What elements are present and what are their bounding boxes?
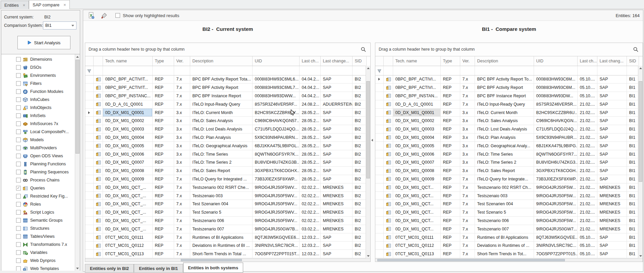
checkbox[interactable]	[16, 162, 21, 166]
table-row[interactable]: 0D_DX_M01_Q0003 REP 3.x ITeLO: Lost Deal…	[375, 125, 639, 133]
checkbox[interactable]	[16, 65, 21, 70]
result-tab[interactable]: Entities only in BI2	[85, 264, 134, 273]
show-highlighted-checkbox[interactable]	[115, 13, 120, 18]
checkbox[interactable]	[16, 89, 21, 94]
column-header[interactable]: Last chang...	[597, 56, 627, 66]
checkbox[interactable]	[16, 178, 21, 182]
table-row[interactable]: 0D_DX_M01_QCT_... REP 7.x Test Szenarien…	[85, 200, 366, 208]
filter-cell[interactable]	[475, 66, 534, 75]
column-header[interactable]: Description	[190, 56, 252, 66]
scroll-down-button[interactable]	[638, 254, 643, 258]
scroll-thumb[interactable]	[366, 81, 370, 178]
filter-cell[interactable]	[352, 66, 366, 75]
tree-item[interactable]: InfoCubes	[1, 96, 75, 104]
scroll-down-button[interactable]	[75, 266, 80, 271]
column-header[interactable]: Tech. name	[103, 56, 152, 66]
column-header[interactable]: UID	[252, 56, 299, 66]
tree-item[interactable]: InfoObjects	[1, 104, 75, 112]
table-row[interactable]: 0D_DX_M01_QCT_... REP 7.x Test Szenario …	[85, 208, 366, 217]
filter-cell[interactable]	[190, 66, 252, 75]
tree-item[interactable]: Open ODS Views	[1, 152, 75, 160]
filter-cell[interactable]	[534, 66, 577, 75]
tree-item[interactable]: Web Templates	[1, 265, 75, 271]
tree-item[interactable]: Dimensions	[1, 55, 75, 63]
table-row[interactable]: 0D_DX_M01_Q0006 REP 3.x ITeLO: Time Seri…	[375, 150, 639, 158]
table-row[interactable]: 0D_DX_M01_Q0005 REP 3.x ITeLO: Geographi…	[375, 142, 639, 150]
table-row[interactable]: 0BPC_BPF_ACTIVIT... REP 7.x BPC BPF Acti…	[85, 75, 366, 84]
tree-item[interactable]: F Function Modules	[1, 88, 75, 96]
tree-item[interactable]: Roles	[1, 200, 75, 208]
filter-cell[interactable]	[152, 66, 174, 75]
scroll-down-button[interactable]	[366, 254, 370, 258]
table-row[interactable]: 0D_DX_M01_Q0007 REP 3.x ITeLO: Time Seri…	[375, 158, 639, 167]
table-row[interactable]: 0D_DX_M01_Q0003 REP 3.x ITeLO: Lost Deal…	[85, 125, 366, 133]
column-header[interactable]: Last ch...	[299, 56, 320, 66]
table-row[interactable]: 0D_DX_M01_QCT_... REP 7.x Testszenario 0…	[85, 217, 366, 225]
filter-cell[interactable]	[252, 66, 299, 75]
checkbox[interactable]	[16, 210, 21, 215]
checkbox[interactable]	[16, 129, 21, 134]
group-by-bar[interactable]: Drag a column header here to group by th…	[85, 43, 370, 56]
column-header[interactable]: SID	[627, 56, 639, 66]
checkbox[interactable]	[16, 121, 21, 126]
grid-horizontal-scrollbar[interactable]	[85, 258, 370, 262]
checkbox[interactable]	[16, 154, 21, 158]
table-row[interactable]: 0D_DX_M01_Q0002 REP 3.x ITeLO: Sales Ana…	[375, 117, 639, 125]
checkbox[interactable]	[16, 218, 21, 223]
table-row[interactable]: 0D_DX_M01_Q0006 REP 3.x ITeLO: Time Seri…	[85, 150, 366, 158]
column-header[interactable]: Last change...	[320, 56, 352, 66]
column-header[interactable]: SID	[352, 56, 366, 66]
close-icon[interactable]: ×	[63, 3, 66, 7]
result-tab[interactable]: Entities only in BI1	[134, 264, 183, 273]
grid-vertical-scrollbar[interactable]	[638, 66, 643, 258]
table-row[interactable]: 0TCT_MC01_Q0113 REP 7.x Short-Term Trend…	[375, 250, 639, 258]
grid-horizontal-scrollbar[interactable]	[375, 258, 643, 262]
filter-cell[interactable]	[103, 66, 152, 75]
table-row[interactable]: 0D_DX_M01_QCT... REP 7.x Testszenario 00…	[375, 225, 639, 233]
column-header[interactable]: Description	[475, 56, 534, 66]
checkbox[interactable]	[16, 138, 21, 142]
filter-cell[interactable]	[460, 66, 475, 75]
column-header[interactable]: Tech. name	[393, 56, 440, 66]
start-analysis-button[interactable]: Start Analysis	[17, 36, 70, 49]
grid-vertical-scrollbar[interactable]	[366, 66, 370, 258]
checkbox[interactable]	[16, 242, 21, 247]
filter-funnel-icon[interactable]	[87, 69, 92, 73]
table-row[interactable]: 0TCT_MC01_Q0112 REP 7.x Deviations in Ru…	[85, 241, 366, 250]
table-row[interactable]: 0TCT_MC01_Q0112 REP 7.x Deviations in Ru…	[375, 241, 639, 250]
tree-item[interactable]: Semantic Groups	[1, 216, 75, 224]
checkbox[interactable]	[16, 226, 21, 231]
tree-item[interactable]: Local CompositePr...	[1, 128, 75, 136]
column-header[interactable]: Ver.	[460, 56, 475, 66]
filter-cell[interactable]	[299, 66, 320, 75]
table-row[interactable]: 0TCT_MC01_Q0113 REP 7.x Short-Term Trend…	[85, 250, 366, 258]
scroll-up-button[interactable]	[75, 54, 80, 59]
table-row[interactable]: 0BPC_BPF_ACTIVIT... REP 7.x BPC BPF Acti…	[85, 84, 366, 92]
column-header[interactable]: UID	[534, 56, 577, 66]
table-row[interactable]: 0TCT_MC01_Q0111 REP 7.x Runtimes of BI A…	[85, 233, 366, 241]
checkbox[interactable]	[16, 170, 21, 174]
group-by-bar[interactable]: Drag a column header here to group by th…	[375, 43, 643, 56]
tree-item[interactable]: Models	[1, 136, 75, 144]
checkbox[interactable]	[16, 258, 21, 263]
checkbox[interactable]	[16, 186, 21, 190]
filter-cell[interactable]	[440, 66, 460, 75]
table-row[interactable]: 0D_D_A_01_Q0001 REP 7.x ITeLO Input-Read…	[375, 100, 639, 108]
scroll-thumb[interactable]	[377, 259, 565, 261]
checkbox[interactable]	[16, 266, 21, 271]
tree-item[interactable]: Script Logics	[1, 208, 75, 216]
tree-item[interactable]: Queries	[1, 184, 75, 192]
table-row[interactable]: 0D_DX_M01_QCT_... REP 7.x Testszenario 0…	[85, 225, 366, 233]
scroll-thumb[interactable]	[75, 60, 79, 154]
table-row[interactable]: 0D_D_A_01_Q0001 REP 7.x ITeLO Input-Read…	[85, 100, 366, 108]
filter-cell[interactable]	[597, 66, 627, 75]
checkbox[interactable]	[16, 250, 21, 255]
table-row[interactable]: 0D_DX_M01_Q0007 REP 3.x ITeLO: Time Seri…	[85, 158, 366, 167]
search-icon[interactable]	[633, 47, 639, 52]
checkbox[interactable]	[16, 234, 21, 239]
table-row[interactable]: 0D_DX_M01_Q0009 REP 7.x ITeLO Query for …	[85, 175, 366, 183]
table-row[interactable]: 0D_DX_M01_QCT_... REP 7.x Testszenario 0…	[85, 183, 366, 192]
window-tab[interactable]: SAP compare ×	[29, 0, 70, 9]
column-header[interactable]: Type	[440, 56, 460, 66]
table-row[interactable]: 0D_DX_M01_Q0005 REP 3.x ITeLO: Geographi…	[85, 142, 366, 150]
